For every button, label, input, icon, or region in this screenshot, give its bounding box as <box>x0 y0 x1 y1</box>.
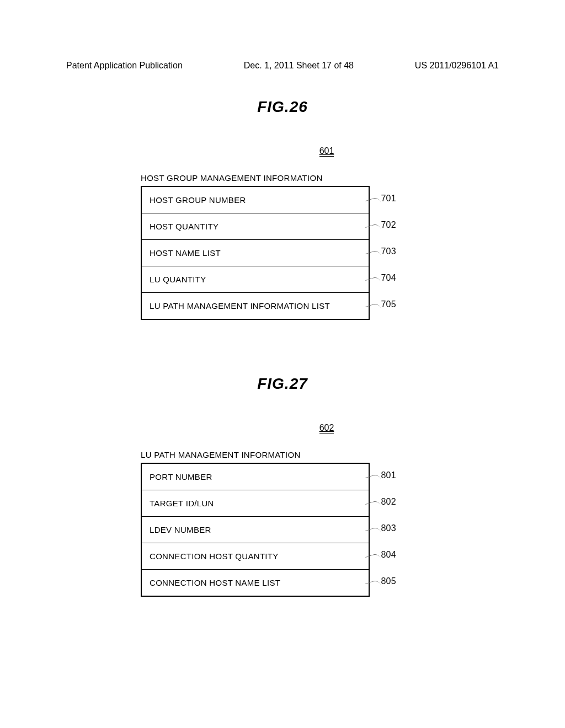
row-ref-number: 802 <box>381 497 396 507</box>
row-ref-number: 805 <box>381 576 396 586</box>
table-row: CONNECTION HOST NAME LIST 805 <box>142 570 369 596</box>
row-label: TARGET ID/LUN <box>150 499 214 508</box>
row-ref-number: 704 <box>381 273 396 283</box>
row-ref-number: 801 <box>381 470 396 480</box>
row-label: LDEV NUMBER <box>150 525 211 534</box>
figure-26-ref-wrapper: 601 <box>88 146 565 157</box>
header-left-text: Patent Application Publication <box>66 61 183 71</box>
table-row: HOST GROUP NUMBER 701 <box>142 187 369 213</box>
row-label: HOST QUANTITY <box>150 222 218 231</box>
figure-27-title: FIG.27 <box>0 375 565 393</box>
table-row: HOST NAME LIST 703 <box>142 240 369 266</box>
header-right-text: US 2011/0296101 A1 <box>415 61 499 71</box>
table-row: TARGET ID/LUN 802 <box>142 490 369 517</box>
table-row: LDEV NUMBER 803 <box>142 517 369 543</box>
table-row: LU PATH MANAGEMENT INFORMATION LIST 705 <box>142 293 369 319</box>
figure-26-ref-number: 601 <box>319 146 334 157</box>
row-label: CONNECTION HOST QUANTITY <box>150 552 279 561</box>
figure-27-caption: LU PATH MANAGEMENT INFORMATION <box>141 450 370 459</box>
row-ref-number: 803 <box>381 523 396 533</box>
row-label: LU QUANTITY <box>150 275 206 284</box>
row-label: HOST GROUP NUMBER <box>150 195 246 205</box>
table-row: CONNECTION HOST QUANTITY 804 <box>142 543 369 570</box>
row-label: LU PATH MANAGEMENT INFORMATION LIST <box>150 301 330 311</box>
table-row: LU QUANTITY 704 <box>142 266 369 293</box>
header-center-text: Dec. 1, 2011 Sheet 17 of 48 <box>244 61 354 71</box>
row-label: HOST NAME LIST <box>150 248 221 258</box>
row-ref-number: 702 <box>381 220 396 230</box>
figure-27-table: PORT NUMBER 801 TARGET ID/LUN 802 LDEV N… <box>141 463 370 597</box>
row-ref-number: 703 <box>381 247 396 256</box>
figure-26-title: FIG.26 <box>0 98 565 116</box>
figure-27-table-section: LU PATH MANAGEMENT INFORMATION PORT NUMB… <box>141 450 370 597</box>
row-label: CONNECTION HOST NAME LIST <box>150 578 280 587</box>
figure-26-table: HOST GROUP NUMBER 701 HOST QUANTITY 702 … <box>141 186 370 320</box>
row-label: PORT NUMBER <box>150 472 212 481</box>
row-ref-number: 804 <box>381 550 396 560</box>
figure-26-caption: HOST GROUP MANAGEMENT INFORMATION <box>141 173 370 183</box>
row-ref-number: 705 <box>381 299 396 309</box>
row-ref-number: 701 <box>381 194 396 204</box>
figure-26-table-section: HOST GROUP MANAGEMENT INFORMATION HOST G… <box>141 173 370 320</box>
figure-27-ref-number: 602 <box>319 423 334 433</box>
table-row: PORT NUMBER 801 <box>142 464 369 490</box>
figure-27-ref-wrapper: 602 <box>88 423 565 433</box>
table-row: HOST QUANTITY 702 <box>142 213 369 240</box>
page-header: Patent Application Publication Dec. 1, 2… <box>0 0 565 75</box>
